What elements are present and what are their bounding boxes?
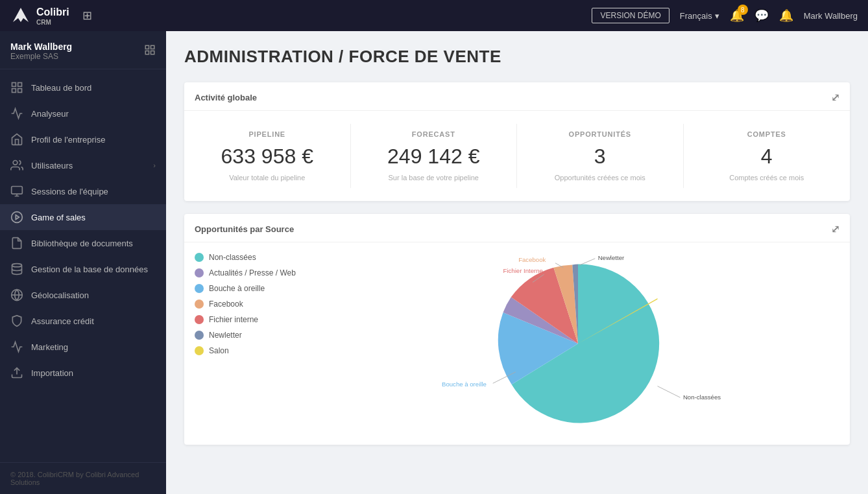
legend-item-salon: Salon — [195, 346, 324, 355]
sidebar-item-assurance-credit[interactable]: Assurance crédit — [0, 308, 166, 334]
legend-label: Fichier interne — [209, 315, 258, 324]
chat-icon[interactable]: 💬 — [754, 8, 769, 23]
user-name[interactable]: Mark Wallberg — [804, 11, 858, 21]
legend-label: Non-classées — [209, 253, 256, 262]
sidebar-item-label: Sessions de l'équipe — [31, 187, 108, 196]
profile-icon[interactable] — [144, 44, 156, 59]
legend-dot — [195, 300, 204, 309]
sidebar-item-utilisateurs[interactable]: Utilisateurs › — [0, 152, 166, 178]
logo[interactable]: Colibri CRM — [10, 5, 69, 26]
stat-forecast-desc: Sur la base de votre pipeline — [364, 174, 504, 182]
apps-icon[interactable]: ⊞ — [82, 8, 92, 23]
sidebar-item-bibliotheque[interactable]: Bibliothèque de documents — [0, 230, 166, 256]
language-selector[interactable]: Français ▾ — [680, 11, 719, 21]
sidebar-profile: Mark Wallberg Exemple SAS — [0, 31, 166, 69]
pie-chart-area: Newletter Fichier Interne Facebook Bouch… — [327, 253, 829, 434]
legend-dot — [195, 315, 204, 324]
sidebar-nav: Tableau de bord Analyseur Profil de l'en… — [0, 69, 166, 462]
svg-rect-5 — [12, 83, 16, 87]
pie-chart-svg: Newletter Fichier Interne Facebook Bouch… — [327, 253, 829, 434]
stat-forecast: FORECAST 249 142 € Sur la base de votre … — [351, 124, 518, 188]
chart-expand-icon[interactable]: ⤢ — [831, 223, 839, 235]
stat-comptes-label: COMPTES — [697, 130, 838, 138]
main-content: ADMINISTRATION / FORCE DE VENTE Activité… — [166, 31, 868, 494]
sidebar-item-label: Utilisateurs — [31, 161, 73, 171]
database-icon — [10, 263, 23, 276]
sidebar-item-marketing[interactable]: Marketing — [0, 334, 166, 360]
stat-forecast-value: 249 142 € — [364, 145, 504, 169]
legend-label: Salon — [209, 346, 229, 355]
import-icon — [10, 366, 23, 379]
legend-dot — [195, 346, 204, 355]
notification-badge: 8 — [738, 5, 748, 15]
stats-row: PIPELINE 633 958 € Valeur totale du pipe… — [184, 111, 850, 201]
chevron-right-icon: › — [153, 161, 156, 169]
stat-pipeline-desc: Valeur totale du pipeline — [197, 174, 337, 182]
stat-comptes: COMPTES 4 Comptes créés ce mois — [684, 124, 850, 188]
sidebar-item-profil-entreprise[interactable]: Profil de l'entreprise — [0, 126, 166, 152]
sidebar-item-label: Géolocalisation — [31, 290, 89, 300]
settings-icon[interactable]: 🔔 — [779, 8, 793, 23]
svg-rect-6 — [18, 83, 22, 87]
sidebar-company: Exemple SAS — [10, 52, 72, 61]
sidebar-item-tableau-de-bord[interactable]: Tableau de bord — [0, 75, 166, 100]
globe-icon — [10, 288, 23, 301]
legend-item-fichier-interne: Fichier interne — [195, 315, 324, 324]
stat-comptes-value: 4 — [697, 145, 838, 169]
svg-rect-10 — [12, 187, 23, 194]
stat-opportunites-desc: Opportunités créées ce mois — [530, 174, 670, 182]
app-body: Mark Wallberg Exemple SAS Tableau de bor… — [0, 31, 868, 494]
logo-name: Colibri — [36, 6, 69, 18]
sidebar-item-label: Importation — [31, 368, 73, 378]
stat-comptes-desc: Comptes créés ce mois — [697, 174, 838, 182]
logo-sub: CRM — [36, 19, 69, 26]
svg-rect-4 — [151, 51, 154, 54]
sidebar-item-label: Tableau de bord — [31, 83, 91, 93]
expand-icon[interactable]: ⤢ — [831, 91, 839, 104]
sidebar-item-analyseur[interactable]: Analyseur — [0, 100, 166, 126]
chart-card-header: Opportunités par Source ⤢ — [184, 214, 850, 242]
sidebar-item-sessions-equipe[interactable]: Sessions de l'équipe — [0, 178, 166, 204]
page-title: ADMINISTRATION / FORCE DE VENTE — [184, 47, 850, 67]
sidebar-item-game-of-sales[interactable]: Game of sales — [0, 204, 166, 230]
legend-dot — [195, 284, 204, 293]
version-demo-button[interactable]: VERSION DÉMO — [592, 8, 669, 23]
stat-pipeline-value: 633 958 € — [197, 145, 337, 169]
stat-pipeline-label: PIPELINE — [197, 130, 337, 138]
svg-line-21 — [658, 386, 681, 398]
activity-card: Activité globale ⤢ PIPELINE 633 958 € Va… — [184, 82, 850, 201]
sidebar-item-geolocalisation[interactable]: Géolocalisation — [0, 282, 166, 308]
legend-dot — [195, 253, 204, 262]
sidebar-item-label: Bibliothèque de documents — [31, 239, 133, 248]
sessions-icon — [10, 185, 23, 198]
sidebar-item-gestion-base[interactable]: Gestion de la base de données — [0, 256, 166, 282]
svg-rect-3 — [145, 51, 149, 54]
chart-legend: Non-classées Actualités / Presse / Web B… — [195, 253, 324, 362]
sidebar-user-name: Mark Wallberg — [10, 41, 72, 52]
pie-label-fichier-interne: Fichier Interne — [503, 267, 543, 274]
profile-info: Mark Wallberg Exemple SAS — [10, 41, 72, 61]
users-icon — [10, 159, 23, 172]
legend-label: Actualités / Presse / Web — [209, 268, 296, 277]
legend-item-non-classees: Non-classées — [195, 253, 324, 262]
svg-line-17 — [579, 259, 596, 266]
sidebar-item-label: Profil de l'entreprise — [31, 135, 105, 145]
sidebar-item-label: Game of sales — [31, 213, 86, 222]
svg-rect-8 — [18, 89, 22, 93]
legend-label: Bouche à oreille — [209, 284, 265, 293]
stat-opportunites-value: 3 — [530, 145, 670, 169]
legend-dot — [195, 331, 204, 340]
notifications-button[interactable]: 🔔 8 — [730, 8, 744, 23]
chart-icon — [10, 107, 23, 120]
pie-label-facebook: Facebook — [519, 256, 546, 263]
pie-label-newletter: Newletter — [598, 254, 625, 261]
docs-icon — [10, 237, 23, 250]
grid-icon — [10, 81, 23, 94]
marketing-icon — [10, 340, 23, 353]
sidebar-item-importation[interactable]: Importation — [0, 360, 166, 386]
stat-forecast-label: FORECAST — [364, 130, 504, 138]
activity-card-title: Activité globale — [195, 93, 257, 102]
stat-opportunites: OPPORTUNITÉS 3 Opportunités créées ce mo… — [517, 124, 684, 188]
pie-label-bouche-oreille: Bouche à oreille — [442, 381, 487, 388]
sidebar: Mark Wallberg Exemple SAS Tableau de bor… — [0, 31, 166, 494]
